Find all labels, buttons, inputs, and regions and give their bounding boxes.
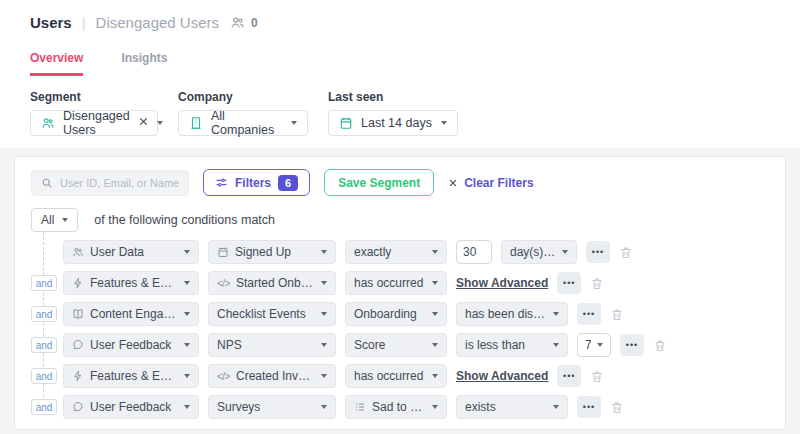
book-icon [72,308,84,320]
item-select[interactable]: NPS [208,333,336,357]
delete-condition-button[interactable] [619,245,633,260]
filter-bar: Segment Disengaged Users Company All Com… [30,90,770,148]
segment-clear-button[interactable] [138,116,149,130]
condition-row: and Content Engagement Checklist Events … [63,302,769,326]
category-select[interactable]: Features & Events [63,271,199,295]
category-select[interactable]: User Feedback [63,333,199,357]
chat-icon [72,339,84,351]
item-select[interactable]: </> Started Onboarding [208,271,336,295]
item-value: Started Onboarding [236,276,315,290]
condition-row: and User Feedback NPS Score is less than [63,333,769,357]
save-segment-button[interactable]: Save Segment [324,169,434,196]
comparison-select[interactable]: is less than [456,333,568,357]
clear-filters-button[interactable]: Clear Filters [448,176,533,190]
chevron-down-icon [432,343,438,347]
item-select[interactable]: </> Created Invoice [208,364,336,388]
match-rule-row: All of the following conditions match [31,208,769,232]
trash-icon [610,400,624,415]
survey-value: Sad to see you ... [372,400,426,414]
chevron-down-icon [184,312,190,316]
more-options-button[interactable]: ••• [577,303,601,325]
delete-condition-button[interactable] [610,400,624,415]
operator-select[interactable]: has occurred [345,364,447,388]
item-value: Signed Up [235,245,315,259]
condition-state-select[interactable]: has been dismissed [456,302,568,326]
title-separator: | [82,14,86,31]
chevron-down-icon [62,218,68,222]
show-advanced-link[interactable]: Show Advanced [456,276,548,290]
condition-row: and User Feedback Surveys Sad to see you… [63,395,769,419]
more-options-button[interactable]: ••• [620,334,644,356]
chevron-down-icon [184,281,190,285]
search-input[interactable] [60,177,179,189]
show-advanced-link[interactable]: Show Advanced [456,369,548,383]
more-options-button[interactable]: ••• [557,272,581,294]
chevron-down-icon [321,250,327,254]
tab-insights[interactable]: Insights [121,51,167,76]
condition-row: User Data Signed Up exactly day(s) ago [63,240,769,264]
chevron-down-icon [597,343,603,347]
category-value: User Data [90,245,178,259]
category-value: Features & Events [90,276,178,290]
category-value: User Feedback [90,400,178,414]
chevron-down-icon [432,312,438,316]
category-value: User Feedback [90,338,178,352]
category-select[interactable]: User Data [63,240,199,264]
chevron-down-icon [553,405,559,409]
company-filter-select[interactable]: All Companies [178,110,308,136]
more-options-button[interactable]: ••• [577,396,601,418]
delete-condition-button[interactable] [653,338,667,353]
segment-filter-select[interactable]: Disengaged Users [30,110,158,136]
chevron-down-icon [432,250,438,254]
segment-subtitle: Disengaged Users [96,14,219,31]
chat-icon [72,401,84,413]
last-seen-filter-select[interactable]: Last 14 days [328,110,458,136]
user-search-box [31,170,189,196]
item-value: Checklist Events [217,307,315,321]
operator-select[interactable]: exactly [345,240,447,264]
page-title: Users [30,14,72,31]
filters-button[interactable]: Filters 6 [203,169,310,196]
delete-condition-button[interactable] [610,307,624,322]
operator-select[interactable]: has occurred [345,271,447,295]
chevron-down-icon [291,121,297,125]
operator-value: has occurred [354,369,426,383]
match-rule-text: of the following conditions match [94,213,275,227]
operator-select[interactable]: Score [345,333,447,357]
item-select[interactable]: Checklist Events [208,302,336,326]
user-count: 0 [229,15,258,30]
trash-icon [590,369,604,384]
and-connector: and [31,275,57,291]
operator-value: exactly [354,245,426,259]
operator-select[interactable]: Onboarding [345,302,447,326]
condition-state-select[interactable]: exists [456,395,568,419]
category-select[interactable]: Features & Events [63,364,199,388]
delete-condition-button[interactable] [590,276,604,291]
more-options-button[interactable]: ••• [557,365,581,387]
item-select[interactable]: Signed Up [208,240,336,264]
and-connector: and [31,306,57,322]
chevron-down-icon [184,374,190,378]
page-head: Users | Disengaged Users 0 [30,14,770,31]
building-icon [189,116,203,130]
days-value-input[interactable] [456,240,492,264]
query-builder-card: Filters 6 Save Segment Clear Filters All… [14,156,786,430]
survey-select[interactable]: Sad to see you ... [345,395,447,419]
item-select[interactable]: Surveys [208,395,336,419]
chevron-down-icon [321,312,327,316]
page-header-section: Users | Disengaged Users 0 Overview Insi… [0,0,800,148]
category-select[interactable]: Content Engagement [63,302,199,326]
delete-condition-button[interactable] [590,369,604,384]
trash-icon [590,276,604,291]
user-count-value: 0 [251,16,258,30]
trash-icon [653,338,667,353]
match-all-select[interactable]: All [31,208,78,232]
chevron-down-icon [157,121,163,125]
more-options-button[interactable]: ••• [586,241,610,263]
score-value-select[interactable]: 7 [577,333,611,357]
and-connector: and [31,399,57,415]
unit-select[interactable]: day(s) ago [501,240,577,264]
category-select[interactable]: User Feedback [63,395,199,419]
tab-overview[interactable]: Overview [30,51,83,76]
users-icon [41,116,55,130]
